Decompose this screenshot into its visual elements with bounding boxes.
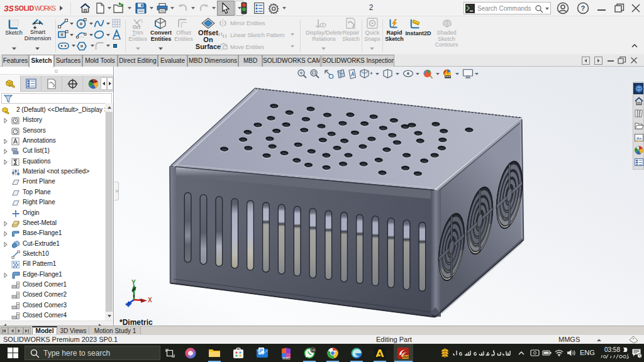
svg-text:*Dimetric: *Dimetric [119, 318, 153, 326]
svg-text:WORKS: WORKS [35, 4, 56, 12]
svg-text:2023: 2023 [403, 356, 409, 359]
svg-text:19: 19 [311, 348, 314, 352]
svg-text:ЗS: ЗS [4, 4, 14, 13]
svg-text:?: ? [581, 4, 586, 12]
svg-text:SOLID: SOLID [14, 4, 34, 12]
svg-text:Y: Y [131, 279, 136, 286]
svg-text:M365: M365 [282, 356, 291, 360]
svg-text:X: X [148, 297, 152, 304]
